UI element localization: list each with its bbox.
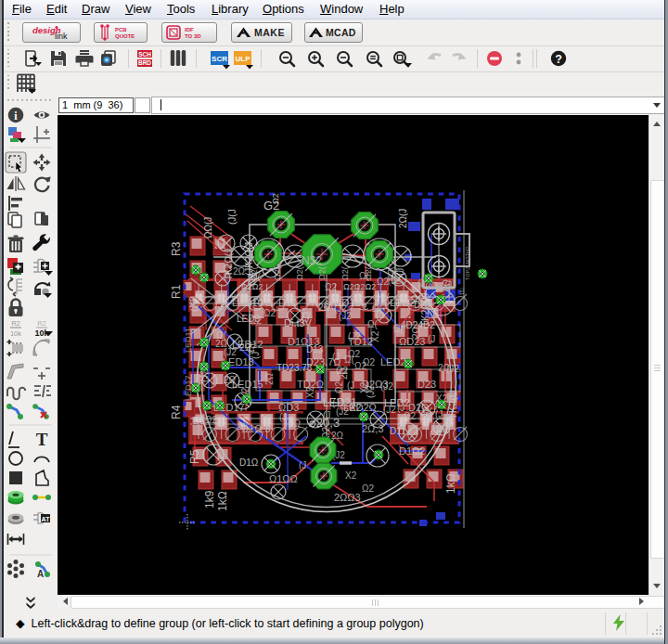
svg-text:2Ω: 2Ω	[264, 372, 275, 385]
svg-text:ΩD3: ΩD3	[278, 402, 299, 413]
svg-text:2Ω: 2Ω	[215, 339, 228, 349]
svg-text:AT: AT	[42, 516, 51, 522]
svg-text:LED2: LED2	[390, 297, 416, 308]
svg-text:Ω2: Ω2	[362, 483, 374, 494]
svg-text:MCAD: MCAD	[326, 27, 356, 38]
svg-text:LED21: LED21	[323, 396, 357, 409]
svg-text:Ω1ΩΩ: Ω1ΩΩ	[269, 473, 298, 484]
svg-text:1k9: 1k9	[203, 490, 216, 509]
svg-text:T: T	[36, 430, 48, 449]
svg-text:D11: D11	[390, 426, 406, 436]
svg-text:(J2: (J2	[339, 311, 352, 321]
svg-text:Ω2: Ω2	[354, 361, 366, 371]
svg-text:LED11: LED11	[184, 328, 193, 353]
svg-text:Ω2Ω2Ω2: Ω2Ω2Ω2	[343, 282, 376, 291]
svg-text:4D24D2: 4D24D2	[401, 320, 435, 330]
svg-text:Ω2: Ω2	[325, 282, 337, 292]
svg-text:ΩD12: ΩD12	[334, 297, 360, 308]
svg-text:(J(J: (J(J	[227, 209, 238, 225]
svg-text:(J: (J	[279, 412, 287, 422]
svg-text:BRD: BRD	[138, 59, 151, 66]
svg-text:(J: (J	[428, 334, 435, 344]
svg-text:X2: X2	[188, 296, 199, 308]
svg-text:LED15: LED15	[232, 379, 263, 390]
svg-text:Ω2(: Ω2(	[317, 266, 327, 280]
svg-text:SCR: SCR	[212, 55, 227, 63]
svg-text:2ΩΩ3: 2ΩΩ3	[334, 492, 361, 503]
svg-text:(J: (J	[299, 460, 306, 470]
svg-text:PCB: PCB	[115, 27, 127, 32]
svg-text:D13: D13	[306, 344, 324, 354]
svg-text:R1: R1	[170, 284, 183, 299]
svg-text:Ω2(: Ω2(	[340, 266, 350, 280]
svg-text:LED9: LED9	[237, 314, 260, 324]
svg-text:(J2: (J2	[446, 364, 459, 374]
svg-text:TK2(U: TK2(U	[447, 390, 458, 419]
svg-text:Ω2(: Ω2(	[386, 266, 395, 280]
svg-text:Ω(: Ω(	[372, 303, 382, 314]
svg-text:QUOTE: QUOTE	[115, 33, 135, 39]
svg-text:LED10: LED10	[232, 297, 263, 308]
svg-text:R4: R4	[170, 405, 183, 419]
svg-text:TD2Ω: TD2Ω	[297, 379, 324, 390]
svg-text:IDF: IDF	[185, 27, 194, 32]
svg-text:D10: D10	[278, 297, 297, 308]
svg-text:TO 3D: TO 3D	[185, 33, 201, 39]
svg-text:D5: D5	[193, 416, 205, 426]
svg-text:2Ω: 2Ω	[339, 367, 349, 380]
svg-text:ULP: ULP	[236, 55, 251, 63]
svg-text:ΩD23: ΩD23	[399, 336, 425, 347]
svg-text:Ω2(: Ω2(	[250, 266, 259, 280]
svg-text:(J: (J	[212, 418, 223, 425]
svg-text:TOP2_NOTH2: TOP2_NOTH2	[465, 247, 470, 280]
svg-text:Ω(: Ω(	[367, 319, 378, 329]
svg-text:link: link	[55, 32, 68, 41]
svg-text:Ω2: Ω2	[271, 193, 280, 204]
svg-text:1kΩ: 1kΩ	[444, 473, 457, 494]
svg-text:2Ω: 2Ω	[289, 419, 302, 429]
svg-text:(J: (J	[347, 380, 354, 391]
svg-text:LED12: LED12	[232, 339, 263, 350]
svg-text:X2: X2	[345, 470, 357, 481]
svg-text:1kΩ: 1kΩ	[216, 491, 229, 511]
svg-text:Ω(: Ω(	[379, 292, 390, 303]
svg-text:Ω2(: Ω2(	[273, 266, 282, 280]
svg-text:D2Ω3: D2Ω3	[362, 379, 388, 390]
svg-text:MAKE: MAKE	[254, 27, 285, 38]
svg-text:Ω(: Ω(	[344, 354, 354, 365]
svg-text:R5: R5	[188, 449, 201, 464]
svg-text:ΩΩ(J: ΩΩ(J	[203, 217, 213, 238]
svg-text:TD12: TD12	[348, 336, 373, 347]
svg-text:SCH: SCH	[138, 51, 151, 58]
svg-text:R2: R2	[11, 319, 20, 328]
svg-text:R2: R2	[37, 319, 46, 328]
svg-text:?: ?	[555, 53, 562, 66]
svg-text:2Ω,3: 2Ω,3	[362, 423, 384, 434]
svg-text:⌀20,3: ⌀20,3	[309, 416, 340, 430]
svg-text:Ω2Ω2: Ω2Ω2	[241, 282, 263, 291]
svg-text:D1Ω: D1Ω	[239, 457, 259, 468]
svg-text:15J: 15J	[459, 287, 465, 295]
svg-text:R3: R3	[170, 241, 183, 256]
svg-text:10k: 10k	[10, 329, 21, 338]
svg-text:(J: (J	[435, 409, 443, 419]
svg-text:2Ω: 2Ω	[318, 303, 331, 313]
svg-text:D1Ω2: D1Ω2	[399, 445, 425, 457]
svg-text:LED2: LED2	[384, 397, 410, 408]
svg-text:D2Ω: D2Ω	[408, 402, 429, 413]
svg-text:Ω2: Ω2	[334, 381, 344, 393]
svg-text:Ω2(: Ω2(	[364, 266, 373, 280]
svg-text:2Ω(J: 2Ω(J	[398, 209, 408, 228]
svg-text:TK2Ω(J: TK2Ω(J	[224, 249, 234, 280]
svg-text:LED17: LED17	[184, 375, 193, 401]
svg-text:Ω2: Ω2	[263, 308, 276, 318]
svg-text:Ω2: Ω2	[436, 424, 448, 434]
svg-text:(J: (J	[395, 268, 405, 276]
svg-text:Ω1Ω.3: Ω1Ω.3	[241, 423, 271, 434]
svg-text:TD23.78: TD23.78	[276, 363, 313, 373]
svg-text:N$2: N$2	[302, 254, 322, 267]
svg-text:D23: D23	[418, 379, 436, 390]
svg-text:Ω2(: Ω2(	[295, 266, 304, 280]
svg-text:Di.t3V: Di.t3V	[284, 317, 313, 328]
svg-text:A: A	[37, 569, 44, 579]
